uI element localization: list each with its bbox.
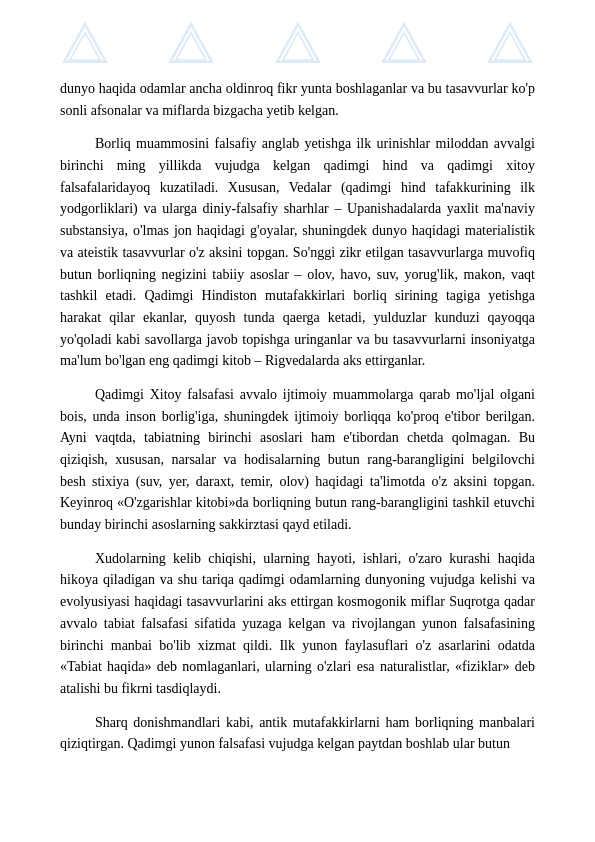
paragraph-4: Xudolarning kelib chiqishi, ularning hay… [60, 548, 535, 700]
watermark-logos [60, 20, 535, 70]
logo-center-left [166, 20, 216, 70]
svg-marker-3 [176, 33, 206, 61]
logo-right [485, 20, 535, 70]
paragraph-1: dunyo haqida odamlar ancha oldinroq fikr… [60, 78, 535, 121]
paragraph-5: Sharq donishmandlari kabi, antik mutafak… [60, 712, 535, 755]
svg-marker-0 [64, 24, 106, 62]
logo-left [60, 20, 110, 70]
paragraph-2: Borliq muammosini falsafiy anglab yetish… [60, 133, 535, 372]
logo-center [273, 20, 323, 70]
svg-marker-4 [277, 24, 319, 62]
svg-marker-6 [383, 24, 425, 62]
svg-marker-2 [170, 24, 212, 62]
svg-marker-7 [389, 33, 419, 61]
page-content: dunyo haqida odamlar ancha oldinroq fikr… [60, 78, 535, 755]
paragraph-3: Qadimgi Xitoy falsafasi avvalo ijtimoiy … [60, 384, 535, 536]
svg-marker-5 [283, 33, 313, 61]
svg-marker-9 [495, 33, 525, 61]
svg-marker-1 [70, 33, 100, 61]
svg-marker-8 [489, 24, 531, 62]
logo-center-right [379, 20, 429, 70]
